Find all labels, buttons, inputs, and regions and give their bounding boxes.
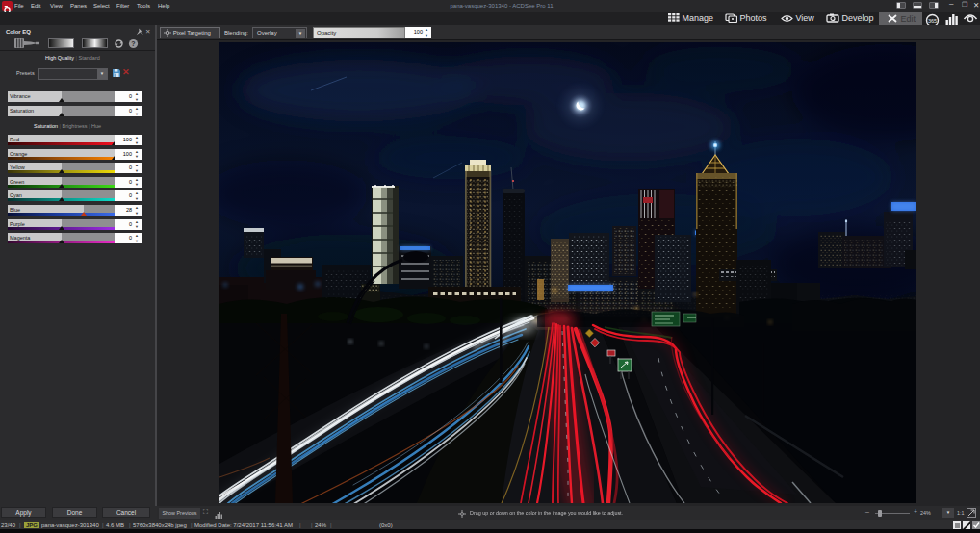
svg-text:365: 365 (928, 18, 937, 24)
svg-text:?: ? (131, 40, 135, 47)
